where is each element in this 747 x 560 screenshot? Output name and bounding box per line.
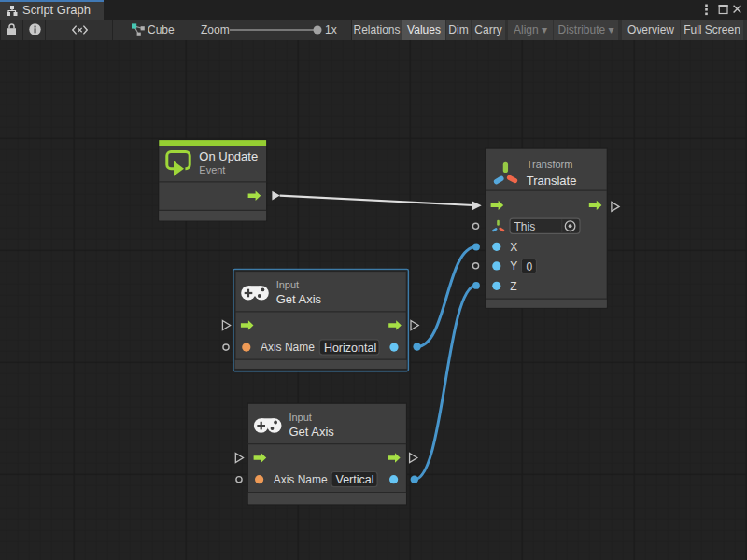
svg-text:On Update: On Update — [199, 149, 258, 163]
svg-text:X: X — [510, 241, 517, 254]
svg-text:Input: Input — [276, 279, 299, 290]
svg-text:Axis Name: Axis Name — [274, 473, 328, 486]
svg-text:Translate: Translate — [527, 174, 577, 188]
svg-text:0: 0 — [526, 260, 532, 273]
svg-text:Y: Y — [510, 259, 517, 273]
svg-text:Event: Event — [199, 164, 225, 175]
svg-text:Transform: Transform — [527, 159, 573, 170]
svg-text:Input: Input — [289, 412, 311, 423]
svg-text:Horizontal: Horizontal — [324, 342, 376, 355]
svg-text:Get Axis: Get Axis — [276, 292, 322, 306]
svg-text:Get Axis: Get Axis — [289, 425, 334, 439]
svg-text:Axis Name: Axis Name — [261, 341, 315, 354]
svg-text:This: This — [514, 220, 536, 233]
svg-text:Vertical: Vertical — [336, 473, 374, 486]
svg-text:Z: Z — [510, 280, 516, 293]
